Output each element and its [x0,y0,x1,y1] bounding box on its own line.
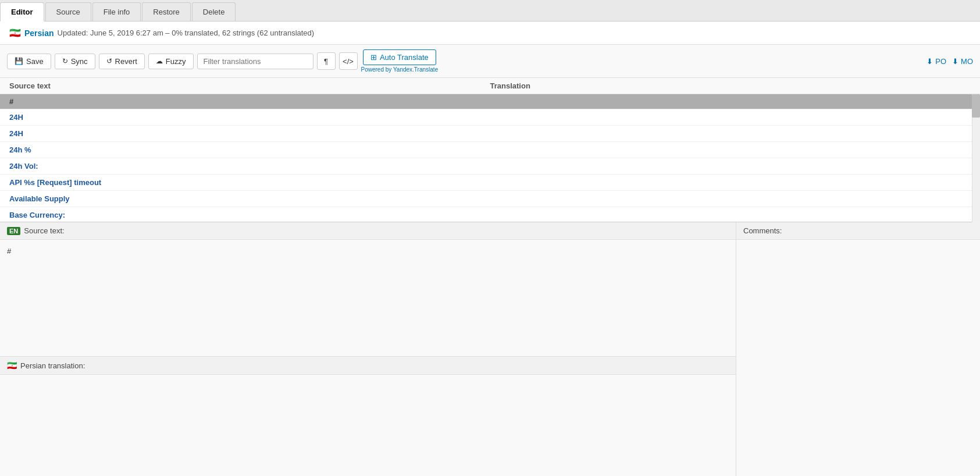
strings-wrapper: # 24H 24H 24h % 24h Vol: API %s [Request… [0,94,980,222]
table-row[interactable]: Available Supply [0,191,980,207]
save-icon: 💾 [15,57,23,65]
download-po-icon: ⬇ [926,57,933,66]
save-button[interactable]: 💾 Save [7,54,51,69]
string-source: 24h % [9,145,490,154]
source-panel: EN Source text: # 🇮🇷 Persian translation… [0,222,736,476]
string-source: 24H [9,113,490,122]
source-panel-body: # [0,240,736,356]
persian-flag: 🇮🇷 [9,27,21,38]
tab-restore[interactable]: Restore [142,2,191,21]
info-bar: 🇮🇷 Persian Updated: June 5, 2019 6:27 am… [0,22,980,45]
table-row[interactable]: 24h % [0,142,980,158]
table-row[interactable]: Base Currency: [0,207,980,222]
translation-panel-header: 🇮🇷 Persian translation: [0,356,736,375]
tab-editor[interactable]: Editor [0,2,44,22]
auto-translate-button[interactable]: ⊞ Auto Translate [363,49,436,65]
sync-button[interactable]: ↻ Sync [55,54,95,69]
strings-container[interactable]: # 24H 24H 24h % 24h Vol: API %s [Request… [0,94,980,222]
paragraph-button[interactable]: ¶ [317,52,336,70]
filter-input[interactable] [197,54,313,69]
cloud-icon: ☁ [156,57,163,65]
en-badge: EN [7,227,20,235]
persian-flag-translation: 🇮🇷 [7,361,17,370]
string-translation [490,97,971,106]
revert-button[interactable]: ↺ Revert [99,54,145,69]
source-panel-header: EN Source text: [0,222,736,240]
revert-icon: ↺ [106,57,112,65]
table-row[interactable]: 24h Vol: [0,158,980,175]
string-translation [490,211,971,219]
table-row[interactable]: 24H [0,126,980,142]
scrollbar[interactable] [972,94,980,222]
string-source: 24h Vol: [9,162,490,170]
translation-panel-label: Persian translation: [20,361,85,370]
code-button[interactable]: </> [339,52,358,70]
table-row[interactable]: API %s [Request] timeout [0,175,980,191]
fuzzy-button[interactable]: ☁ Fuzzy [148,54,194,69]
sync-icon: ↻ [62,57,68,65]
translation-panel-body[interactable] [0,375,736,476]
comments-panel: Comments: [736,222,980,476]
tabs-bar: Editor Source File info Restore Delete [0,0,980,22]
language-name: Persian [24,29,54,38]
main-container: Editor Source File info Restore Delete 🇮… [0,0,980,476]
toolbar-right: ⬇ PO ⬇ MO [926,57,973,66]
powered-by-label: Powered by Yandex.Translate [361,66,439,73]
string-translation [490,129,971,138]
comments-label: Comments: [743,226,782,235]
toolbar: 💾 Save ↻ Sync ↺ Revert ☁ Fuzzy ¶ </> ⊞ A… [0,45,980,78]
source-header: Source text [9,81,490,90]
tab-source[interactable]: Source [45,2,91,21]
scrollbar-thumb[interactable] [972,94,980,118]
download-mo-icon: ⬇ [952,57,958,66]
string-translation [490,145,971,154]
comments-panel-header: Comments: [736,222,980,240]
download-po-link[interactable]: ⬇ PO [926,57,946,66]
paragraph-icon: ¶ [324,57,328,66]
panels-row: EN Source text: # 🇮🇷 Persian translation… [0,222,980,476]
string-source: Base Currency: [9,211,490,219]
auto-translate-wrapper: ⊞ Auto Translate Powered by Yandex.Trans… [361,49,439,73]
string-translation [490,194,971,203]
translation-header: Translation [490,81,971,90]
string-source: 24H [9,129,490,138]
table-row[interactable]: # [0,94,980,109]
table-row[interactable]: 24H [0,109,980,126]
tab-delete[interactable]: Delete [192,2,236,21]
tab-file-info[interactable]: File info [92,2,141,21]
source-panel-label: Source text: [24,226,64,235]
string-translation [490,113,971,122]
source-text-content: # [7,247,11,255]
table-header: Source text Translation [0,78,980,94]
string-source: # [9,97,490,106]
comments-panel-body [736,240,980,476]
download-mo-link[interactable]: ⬇ MO [952,57,973,66]
string-source: Available Supply [9,194,490,203]
string-translation [490,178,971,187]
code-icon: </> [343,57,354,66]
string-translation [490,162,971,170]
translate-icon: ⊞ [370,53,377,62]
string-source: API %s [Request] timeout [9,178,490,187]
language-meta: Updated: June 5, 2019 6:27 am – 0% trans… [58,29,315,37]
